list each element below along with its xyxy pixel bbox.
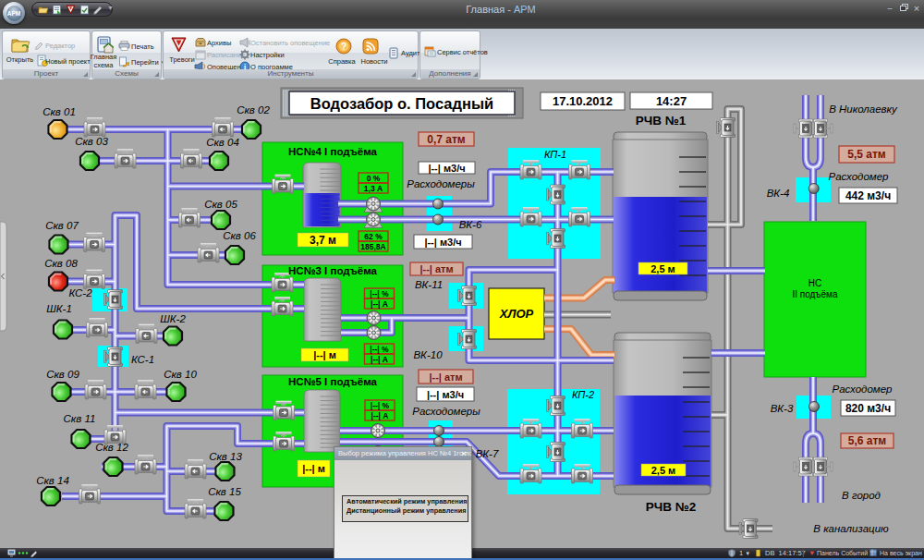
svg-text:ШК-1: ШК-1 [46, 303, 72, 314]
svg-text:|--| м3/ч: |--| м3/ч [427, 389, 464, 400]
svg-text:442 м3/ч: 442 м3/ч [845, 189, 891, 202]
svg-text:ШК-2: ШК-2 [160, 313, 186, 324]
svg-text:ВК-4: ВК-4 [767, 188, 790, 199]
svg-text:|--| м: |--| м [302, 463, 325, 474]
svg-text:Расходомеры: Расходомеры [412, 406, 480, 417]
svg-text:Скв 14: Скв 14 [36, 475, 69, 486]
svg-text:ВК-11: ВК-11 [415, 279, 443, 290]
svg-text:ВК-6: ВК-6 [459, 219, 482, 230]
svg-text:Скв 03: Скв 03 [75, 136, 108, 147]
svg-text:|--| А: |--| А [371, 355, 388, 364]
svg-text:Скв 01: Скв 01 [43, 106, 76, 117]
svg-text:Водозабор о. Посадный: Водозабор о. Посадный [310, 95, 493, 112]
svg-text:|--| А: |--| А [371, 299, 388, 309]
svg-text:НС: НС [808, 278, 821, 288]
svg-text:В город: В город [842, 490, 881, 501]
svg-text:ВК-10: ВК-10 [413, 349, 443, 360]
svg-text:2,5 м: 2,5 м [650, 263, 675, 274]
svg-text:ХЛОР: ХЛОР [499, 307, 534, 321]
svg-text:|--| м3/ч: |--| м3/ч [424, 237, 461, 248]
svg-text:Скв 10: Скв 10 [164, 369, 197, 380]
svg-text:Скв 15: Скв 15 [208, 486, 241, 497]
svg-text:|--| %: |--| % [370, 345, 389, 354]
svg-text:Скв 04: Скв 04 [206, 137, 239, 148]
svg-text:КС-2: КС-2 [68, 287, 92, 298]
svg-text:Скв 11: Скв 11 [64, 413, 96, 424]
svg-text:ВК-3: ВК-3 [771, 403, 794, 414]
svg-text:II подъёма: II подъёма [793, 289, 838, 299]
svg-text:Скв 08: Скв 08 [44, 258, 78, 269]
svg-text:В канализацию: В канализацию [813, 523, 889, 534]
svg-text:НС№4 I подъёма: НС№4 I подъёма [288, 146, 378, 157]
svg-text:|--| м: |--| м [313, 349, 336, 360]
svg-text:62 %: 62 % [364, 232, 383, 241]
svg-text:|--| %: |--| % [371, 401, 390, 410]
svg-text:Скв 07: Скв 07 [45, 220, 79, 231]
svg-text:Скв 13: Скв 13 [209, 451, 242, 462]
svg-text:Расходомер: Расходомер [828, 171, 889, 182]
svg-text:ВК-7: ВК-7 [476, 448, 499, 459]
svg-text:В Николаевку: В Николаевку [829, 103, 898, 115]
svg-text:Скв 06: Скв 06 [223, 230, 256, 241]
svg-text:2,5 м: 2,5 м [651, 465, 676, 476]
svg-text:Расходомер: Расходомер [832, 383, 893, 395]
svg-text:1,3 А: 1,3 А [364, 184, 383, 193]
svg-text:РЧВ №2: РЧВ №2 [646, 500, 697, 514]
svg-text:Скв 05: Скв 05 [204, 199, 237, 210]
svg-text:14:27: 14:27 [656, 94, 687, 108]
svg-text:|--| м3/ч: |--| м3/ч [428, 163, 465, 174]
svg-text:17.10.2012: 17.10.2012 [553, 94, 613, 108]
svg-text:|--| атм: |--| атм [419, 263, 453, 274]
svg-text:|--| %: |--| % [370, 289, 389, 298]
svg-text:НС№3 I подъёма: НС№3 I подъёма [288, 265, 378, 276]
svg-text:5,5 атм: 5,5 атм [847, 148, 886, 161]
svg-text:Скв 02: Скв 02 [237, 104, 270, 116]
svg-text:0 %: 0 % [367, 174, 381, 183]
svg-text:РЧВ №1: РЧВ №1 [636, 114, 687, 128]
svg-text:820 м3/ч: 820 м3/ч [845, 402, 891, 415]
svg-text:185,8А: 185,8А [360, 242, 385, 251]
svg-text:НС№5 I подъёма: НС№5 I подъёма [288, 376, 378, 387]
svg-text:|--| атм: |--| атм [429, 371, 462, 383]
svg-text:|--| А: |--| А [371, 411, 389, 420]
svg-text:5,6 атм: 5,6 атм [848, 434, 887, 447]
svg-text:Скв 09: Скв 09 [46, 369, 79, 380]
svg-text:Скв 12: Скв 12 [95, 442, 128, 453]
svg-text:0,7 атм: 0,7 атм [427, 133, 466, 146]
svg-text:КП-2: КП-2 [572, 389, 594, 400]
svg-text:КС-1: КС-1 [131, 354, 154, 365]
svg-text:Расходомеры: Расходомеры [407, 178, 475, 189]
svg-text:КП-1: КП-1 [544, 149, 566, 160]
svg-text:3,7 м: 3,7 м [310, 234, 336, 247]
